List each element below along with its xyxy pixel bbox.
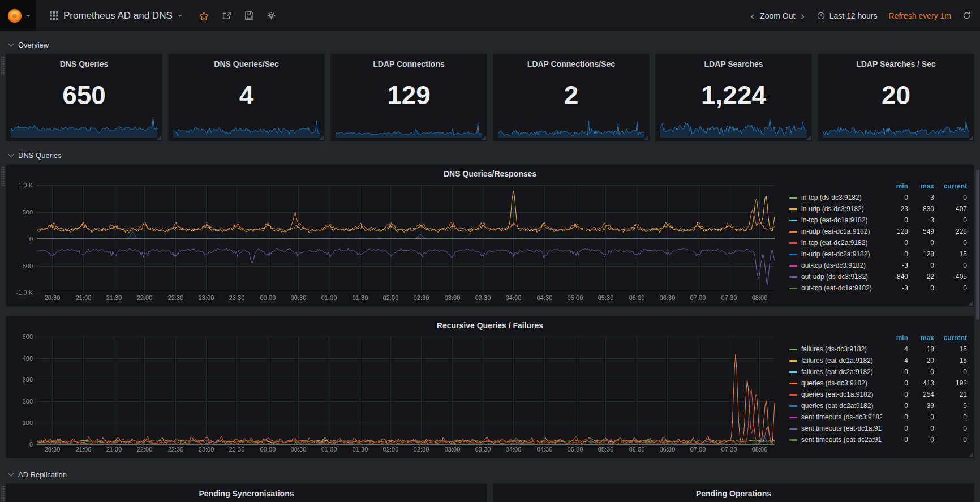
panel-title[interactable]: LDAP Searches	[656, 54, 811, 68]
grafana-logo-button[interactable]	[0, 0, 36, 31]
panel-resize-handle[interactable]	[156, 135, 161, 140]
dashboard-title-button[interactable]: Prometheus AD and DNS	[50, 10, 182, 22]
refresh-interval-button[interactable]: Refresh every 1m	[889, 11, 951, 20]
graph-legend: minmaxcurrentfailures (ds-dc3:9182)41815…	[783, 332, 969, 454]
series-color-swatch	[789, 197, 797, 199]
legend-series-toggle[interactable]: sent timeouts (eat-dc2a:9182)	[789, 434, 882, 445]
legend-series-toggle[interactable]: in-udp (eat-dc2a:9182)	[789, 248, 882, 260]
legend-series-label: out-udp (ds-dc3:9182)	[801, 271, 868, 282]
legend-max-value: 0	[908, 366, 934, 377]
legend-series-toggle[interactable]: failures (ds-dc3:9182)	[789, 344, 882, 355]
row-drag-handle[interactable]	[1, 166, 5, 186]
legend-current-value: 0	[934, 192, 967, 203]
legend-series-toggle[interactable]: in-tcp (ds-dc3:9182)	[789, 192, 882, 203]
legend-max-value: 549	[908, 226, 934, 237]
legend-series-label: in-udp (eat-dc2a:9182)	[801, 248, 870, 260]
panel-resize-handle[interactable]	[968, 301, 973, 306]
legend-series-label: failures (eat-dc1a:9182)	[801, 355, 873, 366]
panel-recursive-queries-failures: Recursive Queries / Failures minmaxcurre…	[6, 316, 974, 458]
panel-title[interactable]: Pending Operations	[493, 487, 974, 500]
row-header-overview[interactable]: Overview	[9, 38, 974, 52]
legend-min-value: 0	[882, 366, 908, 377]
chevron-right-icon[interactable]: ›	[800, 10, 805, 21]
legend-series-toggle[interactable]: sent timeouts (eat-dc1a:9182)	[789, 423, 882, 434]
save-button[interactable]	[245, 11, 253, 20]
legend-series-toggle[interactable]: failures (eat-dc2a:9182)	[789, 366, 882, 377]
legend-series-label: out-tcp (eat-dc1a:9182)	[801, 282, 872, 294]
row-header-dns-queries[interactable]: DNS Queries	[9, 148, 974, 162]
refresh-button[interactable]	[962, 11, 971, 20]
row-drag-handle[interactable]	[1, 486, 5, 502]
legend-series-toggle[interactable]: queries (eat-dc2a:9182)	[789, 400, 882, 411]
legend-header-spacer	[789, 332, 882, 344]
legend-series-toggle[interactable]: sent timeouts (ds-dc3:9182)	[789, 411, 882, 423]
panel-title[interactable]: Recursive Queries / Failures	[11, 319, 969, 332]
legend-min-value: -3	[882, 260, 908, 271]
chevron-left-icon[interactable]: ‹	[750, 10, 755, 21]
time-range-picker[interactable]: Last 12 hours	[817, 11, 878, 20]
legend-max-value: 0	[908, 282, 934, 294]
legend-series-toggle[interactable]: queries (ds-dc3:9182)	[789, 377, 882, 389]
legend-min-value: 0	[882, 214, 908, 226]
panel-pending-syncronisations: Pending Syncronisations	[6, 483, 487, 502]
star-button[interactable]	[199, 11, 209, 20]
scrollbar	[975, 31, 980, 502]
legend-min-value: 0	[882, 434, 908, 445]
legend-current-value: 0	[934, 411, 967, 423]
legend-current-value: 15	[934, 248, 967, 260]
legend-min-value: 128	[882, 226, 908, 237]
navbar: Prometheus AD and DNS ‹ Z	[0, 0, 980, 31]
singlestat-panel: DNS Queries/Sec4	[168, 54, 325, 141]
legend-series-toggle[interactable]: out-tcp (ds-dc3:9182)	[789, 260, 882, 271]
legend-series-toggle[interactable]: in-udp (eat-dc1a:9182)	[789, 226, 882, 237]
panel-title[interactable]: LDAP Connections/Sec	[493, 54, 649, 68]
legend-series-toggle[interactable]: out-tcp (eat-dc1a:9182)	[789, 282, 882, 294]
legend-series-toggle[interactable]: out-udp (ds-dc3:9182)	[789, 271, 882, 282]
legend-series-label: out-tcp (ds-dc3:9182)	[801, 260, 866, 271]
legend-header: max	[908, 181, 934, 192]
share-button[interactable]	[222, 11, 231, 20]
panel-resize-handle[interactable]	[968, 135, 973, 140]
panel-title[interactable]: Pending Syncronisations	[6, 487, 487, 500]
sparkline-chart	[823, 116, 969, 138]
panel-title[interactable]: DNS Queries/Responses	[11, 167, 969, 181]
panel-resize-handle[interactable]	[643, 135, 648, 140]
legend-series-toggle[interactable]: in-tcp (eat-dc1a:9182)	[789, 214, 882, 226]
singlestat-row: DNS Queries650DNS Queries/Sec4LDAP Conne…	[6, 54, 974, 141]
legend-max-value: 830	[908, 203, 934, 214]
panel-dns-queries-responses: DNS Queries/Responses minmaxcurrentin-tc…	[6, 164, 974, 307]
panel-title[interactable]: DNS Queries	[6, 54, 162, 68]
legend-max-value: 0	[908, 260, 934, 271]
zoom-out-button[interactable]: Zoom Out	[760, 11, 795, 20]
legend-current-value: 0	[934, 366, 967, 377]
legend-current-value: 15	[934, 355, 967, 366]
panel-title[interactable]: DNS Queries/Sec	[169, 54, 324, 68]
legend-series-toggle[interactable]: in-udp (ds-dc3:9182)	[789, 203, 882, 214]
legend-current-value: 407	[934, 203, 967, 214]
legend-series-toggle[interactable]: queries (eat-dc1a:9182)	[789, 389, 882, 400]
sparkline-chart	[498, 116, 644, 138]
series-color-swatch	[789, 417, 797, 418]
panel-resize-handle[interactable]	[968, 452, 973, 457]
panel-resize-handle[interactable]	[481, 135, 486, 140]
scrollbar-thumb[interactable]	[976, 170, 979, 320]
panel-pending-operations: Pending Operations	[493, 483, 974, 502]
panel-title[interactable]: LDAP Connections	[331, 54, 487, 68]
sparkline-chart	[660, 116, 807, 138]
legend-max-value: 0	[908, 237, 934, 248]
singlestat-panel: LDAP Connections129	[330, 54, 487, 141]
panel-resize-handle[interactable]	[806, 135, 811, 140]
panel-title[interactable]: LDAP Searches / Sec	[818, 54, 974, 68]
legend-max-value: 254	[908, 389, 934, 400]
legend-series-toggle[interactable]: in-tcp (eat-dc2a:9182)	[789, 237, 882, 248]
series-color-swatch	[789, 405, 797, 407]
row-header-ad-replication[interactable]: AD Replication	[9, 467, 974, 481]
legend-current-value: 228	[934, 226, 967, 237]
legend-series-toggle[interactable]: failures (eat-dc1a:9182)	[789, 355, 882, 366]
legend-current-value: 0	[934, 237, 967, 248]
legend-series-label: sent timeouts (eat-dc2a:9182)	[801, 434, 882, 445]
row-drag-handle[interactable]	[1, 56, 5, 75]
settings-gear-button[interactable]	[267, 11, 276, 20]
row-title: DNS Queries	[18, 151, 62, 160]
panel-resize-handle[interactable]	[319, 135, 324, 140]
